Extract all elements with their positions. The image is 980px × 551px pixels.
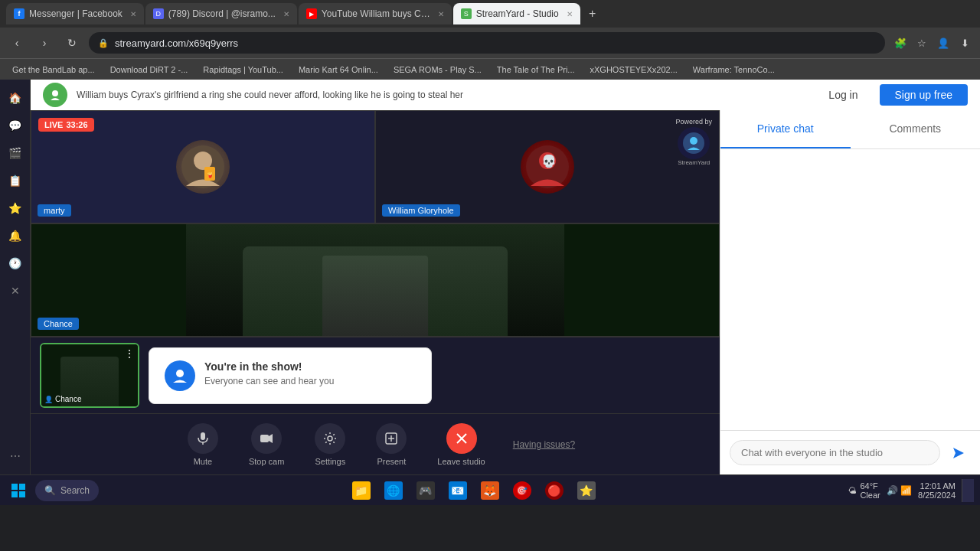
svg-rect-24 (19, 484, 25, 490)
bookmark-tale[interactable]: The Tale of The Pri... (491, 64, 581, 76)
svg-rect-12 (201, 432, 205, 440)
svg-rect-26 (19, 491, 25, 497)
bookmark-tale-label: The Tale of The Pri... (497, 65, 575, 74)
chat-send-button[interactable] (946, 441, 971, 465)
sidebar-close-icon[interactable]: ✕ (3, 279, 28, 303)
bookmark-rapidtags[interactable]: Rapidtags | YouTub... (197, 64, 289, 76)
sidebar-home-icon[interactable]: 🏠 (3, 86, 28, 110)
present-label: Present (377, 457, 406, 466)
taskbar-app-game2[interactable]: 🎯 (507, 477, 537, 504)
sidebar-star-icon[interactable]: ⭐ (3, 196, 28, 220)
sidebar-clock-icon[interactable]: 🕐 (3, 251, 28, 276)
taskbar-app-email[interactable]: 📧 (443, 477, 473, 504)
show-desktop-button[interactable] (962, 479, 974, 502)
svg-marker-22 (953, 448, 964, 458)
tab-private-chat[interactable]: Private chat (720, 110, 851, 148)
mute-button[interactable]: Mute (175, 417, 230, 472)
notification-text: You're in the show! Everyone can see and… (204, 360, 334, 386)
taskbar-app-star[interactable]: ⭐ (571, 477, 602, 504)
chat-input-area (720, 430, 980, 474)
svg-rect-14 (260, 435, 269, 442)
taskbar-app-fox[interactable]: 🦊 (475, 477, 505, 504)
taskbar-app-browser[interactable]: 🌐 (378, 477, 409, 504)
svg-point-16 (328, 436, 332, 441)
sidebar-video-icon[interactable]: 🎬 (3, 141, 28, 165)
login-button[interactable]: Log in (816, 84, 870, 106)
tab-messenger[interactable]: f Messenger | Facebook ✕ (6, 3, 144, 24)
powered-by: Powered by StreamYard (675, 118, 712, 166)
settings-button[interactable]: Settings (302, 417, 358, 472)
stop-cam-button[interactable]: Stop cam (237, 417, 296, 472)
bookmarks-bar: Get the BandLab ap... Download DiRT 2 -.… (0, 58, 980, 80)
tab-discord-label: (789) Discord | @isramo... (168, 8, 276, 19)
nav-actions: 🧩 ☆ 👤 ⬇ (891, 34, 974, 52)
taskbar-app-red[interactable]: 🔴 (539, 477, 570, 504)
tab-bar: f Messenger | Facebook ✕ D (789) Discord… (0, 0, 980, 28)
signup-button[interactable]: Sign up free (880, 84, 969, 106)
chat-input[interactable] (730, 440, 940, 465)
taskbar-apps: 📁 🌐 🎮 📧 🦊 🎯 🔴 ⭐ (103, 477, 844, 504)
bookmark-ghost-label: xXGHOSTEYEXx202... (590, 65, 678, 74)
thumb-menu-icon[interactable]: ⋮ (124, 347, 135, 360)
bookmark-warframe-label: Warframe: TennoCo... (693, 65, 775, 74)
favorites-button[interactable]: ☆ (913, 34, 931, 52)
extensions-button[interactable]: 🧩 (891, 34, 910, 52)
weather-widget: 🌤 64°F Clear (848, 481, 880, 500)
svg-point-11 (176, 370, 184, 377)
bookmark-bandlab[interactable]: Get the BandLab ap... (6, 64, 101, 76)
new-tab-button[interactable]: + (582, 3, 603, 24)
taskbar-search[interactable]: 🔍 Search (35, 480, 99, 501)
participant-strip: ⋮ 👤 Chance You're in the show! (31, 337, 720, 413)
bookmark-dirt2[interactable]: Download DiRT 2 -... (104, 64, 194, 76)
system-tray-icons: 🔊 📶 (887, 485, 912, 496)
taskbar-app-files[interactable]: 📁 (346, 477, 377, 504)
having-issues-link[interactable]: Having issues? (513, 439, 575, 450)
svg-point-1 (52, 90, 58, 96)
time-display: 12:01 AM (918, 481, 956, 491)
bookmark-ghost[interactable]: xXGHOSTEYEXx202... (584, 64, 684, 76)
stop-cam-label: Stop cam (249, 457, 284, 466)
weather-icon: 🌤 (848, 486, 857, 495)
forward-button[interactable]: › (34, 32, 55, 54)
back-button[interactable]: ‹ (6, 32, 28, 54)
tab-youtube[interactable]: ▶ YouTube William buys Cyrax's girlfri..… (299, 3, 452, 24)
svg-text:🍟: 🍟 (207, 171, 214, 178)
tab-messenger-close[interactable]: ✕ (130, 10, 136, 18)
bookmark-mariokart[interactable]: Mario Kart 64 Onlin... (292, 64, 384, 76)
tab-streamyard-close[interactable]: ✕ (567, 10, 573, 18)
notification-desc: Everyone can see and hear you (204, 376, 334, 386)
start-button[interactable] (6, 478, 31, 503)
tab-discord-close[interactable]: ✕ (283, 10, 289, 18)
present-button[interactable]: Present (364, 417, 419, 472)
tab-youtube-close[interactable]: ✕ (438, 10, 444, 18)
video-section: LIVE 33:26 Powered by StreamYard (31, 110, 720, 474)
svg-rect-23 (11, 484, 18, 490)
taskbar-app-game1[interactable]: 🎮 (410, 477, 441, 504)
bookmark-sega[interactable]: SEGA ROMs - Play S... (387, 64, 488, 76)
notification-person-icon (165, 360, 195, 391)
mute-icon (188, 423, 218, 454)
chance-name: Chance (38, 318, 79, 330)
bookmark-bandlab-label: Get the BandLab ap... (12, 65, 95, 74)
profile-button[interactable]: 👤 (934, 34, 952, 52)
bookmark-warframe[interactable]: Warframe: TennoCo... (687, 64, 781, 76)
sidebar-bell-icon[interactable]: 🔔 (3, 223, 28, 248)
date-display: 8/25/2024 (918, 491, 956, 500)
settings-label: Settings (315, 457, 345, 466)
sidebar-chat-icon[interactable]: 💬 (3, 113, 28, 138)
taskbar-right: 🌤 64°F Clear 🔊 📶 12:01 AM 8/25/2024 (848, 479, 974, 502)
tab-discord[interactable]: D (789) Discord | @isramo... ✕ (145, 3, 297, 24)
address-bar[interactable]: 🔒 streamyard.com/x69q9yerrs (89, 32, 885, 54)
bookmark-rapidtags-label: Rapidtags | YouTub... (203, 65, 283, 74)
tab-comments[interactable]: Comments (851, 110, 981, 148)
download-button[interactable]: ⬇ (956, 34, 974, 52)
sidebar-more-icon[interactable]: ⋯ (3, 444, 28, 468)
right-panel: Private chat Comments (720, 110, 980, 474)
tab-streamyard[interactable]: S StreamYard - Studio ✕ (453, 3, 580, 24)
sidebar-list-icon[interactable]: 📋 (3, 168, 28, 193)
tab-messenger-label: Messenger | Facebook (29, 8, 122, 19)
taskbar: 🔍 Search 📁 🌐 🎮 📧 🦊 🎯 🔴 ⭐ 🌤 (0, 474, 980, 505)
leave-studio-button[interactable]: Leave studio (425, 417, 497, 472)
reload-button[interactable]: ↻ (61, 32, 83, 54)
william-avatar: 💀 (521, 140, 574, 194)
